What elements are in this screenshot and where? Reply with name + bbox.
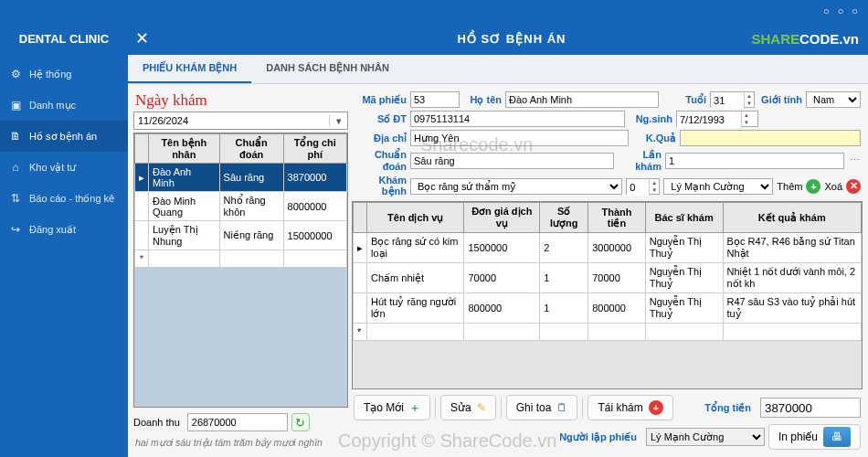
- ho-ten-input[interactable]: [505, 91, 659, 108]
- sodt-label: Số ĐT: [354, 113, 407, 125]
- ma-phieu-input[interactable]: [410, 91, 460, 108]
- date-input[interactable]: [134, 115, 329, 126]
- nguoi-lap-label: Người lập phiếu: [559, 431, 637, 443]
- warehouse-icon: ⌂: [9, 161, 22, 174]
- table-row[interactable]: ▸Đào Anh MinhSâu răng3870000: [135, 164, 347, 192]
- ma-phieu-label: Mã phiếu: [354, 94, 407, 106]
- tuoi-stepper[interactable]: ▲▼: [710, 91, 755, 108]
- chuan-doan-label: Chuẩn đoán: [354, 149, 407, 172]
- ngsinh-input[interactable]: ▲▼: [676, 111, 758, 127]
- kqua-label: K.Quả: [632, 133, 676, 144]
- ho-ten-label: Họ tên: [463, 94, 502, 106]
- revenue-label: Doanh thu: [133, 417, 180, 428]
- revenue-value[interactable]: [187, 413, 288, 431]
- brand-title: DENTAL CLINIC: [0, 32, 128, 46]
- sidebar-item-label: Danh mục: [29, 100, 76, 112]
- date-picker[interactable]: ▾: [133, 112, 348, 130]
- sidebar: ⚙Hệ thống ▣Danh mục 🗎Hồ sơ bệnh án ⌂Kho …: [0, 55, 128, 457]
- service-grid[interactable]: Tên dịch vụĐơn giá dịch vụSố lượngThành …: [352, 201, 863, 389]
- app-header: DENTAL CLINIC ✕ HỒ SƠ BỆNH ÁN SHARECODE.…: [0, 22, 868, 55]
- khambenh-qty[interactable]: ▲▼: [626, 178, 660, 195]
- grid-icon: ▣: [9, 99, 22, 112]
- plus-icon: +: [806, 179, 820, 194]
- tuoi-label: Tuổi: [662, 94, 706, 106]
- tao-moi-button[interactable]: Tạo Mới＋: [354, 395, 430, 420]
- them-button[interactable]: Thêm+: [777, 179, 820, 194]
- kqua-input[interactable]: [680, 130, 861, 146]
- table-row[interactable]: Đào Minh QuangNhổ răng khôn8000000: [135, 192, 347, 221]
- table-row[interactable]: Luyện Thị NhungNiềng răng15000000: [135, 221, 347, 250]
- nguoi-lap-select[interactable]: Lý Mạnh Cường: [646, 428, 765, 446]
- sharecode-logo: SHARECODE.vn: [751, 31, 859, 47]
- tabstrip: PHIẾU KHÁM BỆNH DANH SÁCH BỆNH NHÂN: [128, 55, 868, 84]
- tong-tien-label: Tổng tiền: [704, 402, 751, 414]
- x-icon: ✕: [846, 179, 861, 194]
- sidebar-item-he-thong[interactable]: ⚙Hệ thống: [0, 58, 128, 90]
- left-panel: Ngày khám ▾ Tên bệnh nhân Chuẩn đoán Tổn…: [133, 90, 348, 452]
- table-row[interactable]: ▸Bọc răng sứ có kim loại150000023000000N…: [354, 233, 862, 263]
- right-panel: Mã phiếu Họ tên Tuổi ▲▼ Giới tính Nam Số…: [352, 90, 863, 452]
- xoa-button[interactable]: Xoá✕: [824, 179, 861, 194]
- diachi-label: Địa chỉ: [354, 133, 407, 144]
- sidebar-item-ho-so-benh-an[interactable]: 🗎Hồ sơ bệnh án: [0, 121, 128, 152]
- chart-icon: ⇅: [9, 192, 22, 205]
- close-icon[interactable]: ✕: [128, 28, 155, 48]
- sidebar-item-danh-muc[interactable]: ▣Danh mục: [0, 90, 128, 121]
- window-titlebar: ○ ○ ○: [0, 0, 868, 22]
- chuan-doan-input[interactable]: [410, 153, 614, 169]
- diachi-input[interactable]: [410, 130, 629, 146]
- col-tong-chi-phi: Tổng chi phí: [283, 134, 346, 164]
- ghi-toa-button[interactable]: Ghi toa🗒: [506, 395, 578, 420]
- gioi-tinh-label: Giới tính: [758, 94, 802, 106]
- sidebar-item-label: Báo cáo - thống kê: [29, 193, 114, 205]
- revenue-words: hai mươi sáu triệu tám trăm bảy mươi ngh…: [133, 433, 348, 452]
- sidebar-item-label: Kho vật tư: [29, 162, 76, 174]
- refresh-button[interactable]: ↻: [291, 413, 310, 431]
- tab-phieu-kham-benh[interactable]: PHIẾU KHÁM BỆNH: [128, 55, 251, 83]
- sidebar-item-bao-cao[interactable]: ⇅Báo cáo - thống kê: [0, 183, 128, 214]
- logout-icon: ↪: [9, 223, 22, 236]
- ngsinh-label: Ng.sinh: [629, 113, 672, 124]
- lankham-more-icon[interactable]: ⋯: [848, 154, 861, 166]
- table-row[interactable]: Hút tuỷ răng người lớn8000001800000Nguyễ…: [354, 293, 862, 324]
- sidebar-item-label: Đăng xuất: [29, 224, 76, 236]
- table-row[interactable]: Chấm nhiệt70000170000Nguyễn Thị ThuỷNhiệ…: [354, 263, 862, 293]
- tong-tien-value[interactable]: [760, 398, 861, 418]
- calendar-icon[interactable]: ▾: [329, 115, 347, 127]
- gear-icon: ⚙: [9, 68, 22, 80]
- tai-kham-button[interactable]: Tái khám+: [587, 395, 672, 420]
- detail-toolbar: Tạo Mới＋ Sửa✎ Ghi toa🗒 Tái khám+ Tổng ti…: [352, 393, 863, 422]
- patient-grid[interactable]: Tên bệnh nhân Chuẩn đoán Tổng chi phí ▸Đ…: [133, 133, 348, 408]
- tab-danh-sach-benh-nhan[interactable]: DANH SÁCH BỆNH NHÂN: [251, 55, 404, 83]
- sidebar-item-label: Hệ thống: [29, 69, 71, 80]
- in-phieu-button[interactable]: In phiếu🖶: [768, 424, 861, 450]
- table-row-new[interactable]: *: [135, 250, 347, 268]
- gioi-tinh-select[interactable]: Nam: [806, 91, 861, 108]
- sidebar-item-dang-xuat[interactable]: ↪Đăng xuất: [0, 214, 128, 245]
- lankham-input[interactable]: [665, 153, 844, 169]
- printer-icon: 🖶: [823, 427, 851, 447]
- sua-button[interactable]: Sửa✎: [440, 395, 496, 420]
- khambenh-label: Khám bệnh: [354, 175, 407, 197]
- table-row-new[interactable]: *: [354, 324, 862, 341]
- col-chuan-doan: Chuẩn đoán: [219, 134, 283, 164]
- note-icon: 🗒: [556, 401, 567, 414]
- date-label: Ngày khám: [133, 90, 348, 112]
- patient-form: Mã phiếu Họ tên Tuổi ▲▼ Giới tính Nam Số…: [352, 90, 863, 201]
- document-icon: 🗎: [9, 130, 22, 143]
- doctor-select[interactable]: Lý Mạnh Cường: [663, 178, 773, 195]
- sidebar-item-label: Hồ sơ bệnh án: [29, 131, 97, 143]
- khambenh-select[interactable]: Bọc răng sứ thẩm mỹ: [410, 178, 622, 195]
- window-controls[interactable]: ○ ○ ○: [823, 5, 861, 16]
- sidebar-item-kho-vat-tu[interactable]: ⌂Kho vật tư: [0, 152, 128, 183]
- sodt-input[interactable]: [410, 111, 625, 127]
- pencil-icon: ✎: [477, 401, 486, 414]
- lankham-label: Lần khám: [618, 149, 662, 172]
- plus-medical-icon: +: [649, 400, 663, 415]
- col-ten-bn: Tên bệnh nhân: [149, 134, 220, 164]
- plus-icon: ＋: [409, 400, 420, 416]
